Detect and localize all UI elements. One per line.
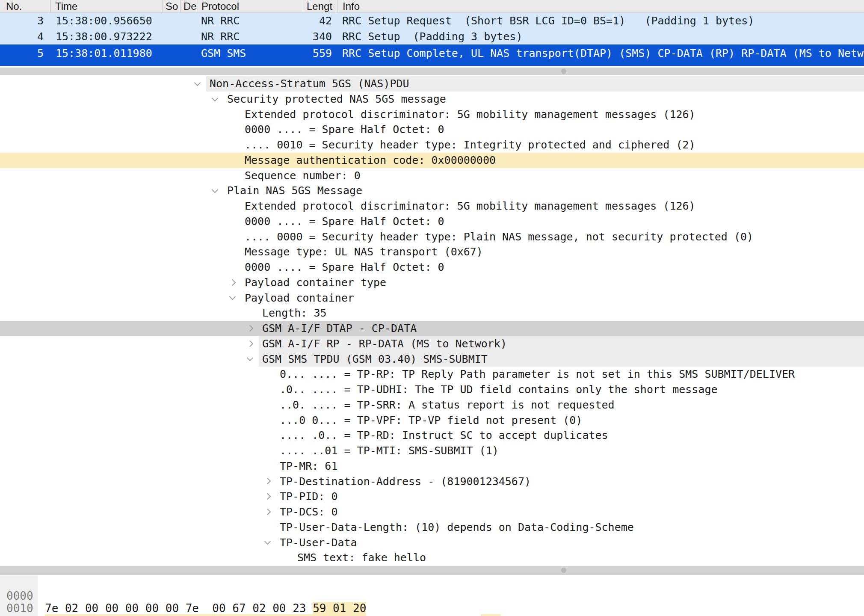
tree-row-label: .0.. .... = TP-UDHI: The TP UD field con… [280, 382, 718, 397]
tree-row-label: ..0. .... = TP-SRR: A status report is n… [280, 397, 615, 413]
tree-row[interactable]: Length: 35 [0, 305, 864, 321]
packet-protocol: NR RRC [198, 13, 304, 29]
hex-row[interactable]: 0010 00 84 00 05 81 00 51 55 f5 16 01 3d… [0, 590, 864, 602]
tree-row[interactable]: SMS text: fake hello [0, 550, 864, 566]
tree-row[interactable]: Plain NAS 5GS Message [0, 183, 864, 198]
column-header-info[interactable]: Info [337, 0, 864, 12]
packet-source [163, 29, 180, 44]
tree-row[interactable]: .... 0010 = Security header type: Integr… [0, 137, 864, 153]
tree-row-label: TP-User-Data-Length: (10) depends on Dat… [280, 520, 634, 535]
tree-row[interactable]: 0000 .... = Spare Half Octet: 0 [0, 122, 864, 137]
tree-row-label: Non-Access-Stratum 5GS (NAS)PDU [210, 76, 409, 92]
tree-row[interactable]: Security protected NAS 5GS message [0, 92, 864, 107]
tree-row[interactable]: Message authentication code: 0x00000000 [0, 153, 864, 168]
packet-no: 4 [0, 29, 50, 44]
tree-row[interactable]: .... .0.. = TP-RD: Instruct SC to accept… [0, 428, 864, 443]
tree-row[interactable]: Non-Access-Stratum 5GS (NAS)PDU [0, 76, 864, 92]
chevron-down-icon[interactable] [194, 80, 201, 86]
chevron-right-icon[interactable] [247, 340, 254, 347]
tree-row-label: TP-DCS: 0 [280, 504, 337, 520]
tree-row[interactable]: TP-Destination-Address - (819001234567) [0, 474, 864, 489]
column-header-destination[interactable]: De [180, 0, 198, 12]
tree-row[interactable]: ..0. .... = TP-SRR: A status report is n… [0, 397, 864, 413]
packet-length: 559 [304, 44, 337, 66]
tree-row[interactable]: Extended protocol discriminator: 5G mobi… [0, 107, 864, 122]
column-header-protocol[interactable]: Protocol [198, 0, 304, 12]
packet-info: RRC Setup (Padding 3 bytes) [337, 29, 864, 44]
tree-row-label: SMS text: fake hello [297, 550, 426, 566]
tree-row-label: Length: 35 [262, 305, 327, 321]
chevron-right-icon[interactable] [264, 509, 271, 515]
packet-list: No. Time So De Protocol Lengt Info 3 15:… [0, 0, 864, 66]
tree-row[interactable]: GSM A-I/F DTAP - CP-DATA [0, 321, 864, 336]
tree-row[interactable]: Sequence number: 0 [0, 168, 864, 184]
column-header-source[interactable]: So [163, 0, 180, 12]
chevron-down-icon[interactable] [247, 355, 254, 361]
tree-row-label: Message authentication code: 0x00000000 [245, 153, 496, 168]
packet-no: 5 [0, 44, 50, 66]
tree-row-label: GSM A-I/F DTAP - CP-DATA [262, 321, 417, 336]
packet-info: RRC Setup Complete, UL NAS transport(DTA… [337, 44, 864, 66]
hex-row[interactable]: 0000 7e 02 00 00 00 00 00 7e 00 67 02 00… [0, 578, 864, 590]
pane-splitter-bottom[interactable] [0, 566, 864, 575]
packet-list-body: 3 15:38:00.956650 NR RRC 42 RRC Setup Re… [0, 13, 864, 66]
tree-row-label: .... ..01 = TP-MTI: SMS-SUBMIT (1) [280, 443, 499, 459]
tree-row[interactable]: TP-DCS: 0 [0, 504, 864, 520]
tree-row-label: TP-Destination-Address - (819001234567) [280, 474, 531, 489]
chevron-down-icon[interactable] [212, 187, 219, 193]
tree-row-label: .... 0000 = Security header type: Plain … [245, 229, 753, 245]
packet-row[interactable]: 3 15:38:00.956650 NR RRC 42 RRC Setup Re… [0, 13, 864, 29]
packet-detail-tree: Non-Access-Stratum 5GS (NAS)PDU Security… [0, 76, 864, 566]
hex-dump-body: 0000 7e 02 00 00 00 00 00 7e 00 67 02 00… [0, 578, 864, 615]
tree-row-label: Payload container type [245, 275, 386, 290]
tree-row[interactable]: GSM SMS TPDU (GSM 03.40) SMS-SUBMIT [0, 352, 864, 367]
pane-splitter-top[interactable] [0, 68, 864, 75]
packet-time: 15:38:00.973222 [50, 29, 163, 44]
chevron-right-icon[interactable] [229, 279, 236, 286]
tree-row[interactable]: TP-PID: 0 [0, 489, 864, 504]
splitter-handle-icon [561, 69, 566, 74]
tree-row[interactable]: .... 0000 = Security header type: Plain … [0, 229, 864, 245]
tree-row[interactable]: 0000 .... = Spare Half Octet: 0 [0, 260, 864, 275]
tree-row[interactable]: GSM A-I/F RP - RP-DATA (MS to Network) [0, 336, 864, 352]
chevron-right-icon[interactable] [264, 493, 271, 500]
tree-row[interactable]: TP-MR: 61 [0, 459, 864, 474]
tree-row[interactable]: .... ..01 = TP-MTI: SMS-SUBMIT (1) [0, 443, 864, 459]
chevron-down-icon[interactable] [229, 293, 236, 300]
tree-row[interactable]: Payload container [0, 290, 864, 306]
packet-no: 3 [0, 13, 50, 29]
column-header-time[interactable]: Time [50, 0, 163, 12]
tree-row[interactable]: Message type: UL NAS transport (0x67) [0, 244, 864, 260]
tree-row[interactable]: TP-User-Data-Length: (10) depends on Dat… [0, 520, 864, 535]
chevron-down-icon[interactable] [264, 538, 271, 545]
packet-time: 15:38:00.956650 [50, 13, 163, 29]
tree-row[interactable]: 0000 .... = Spare Half Octet: 0 [0, 214, 864, 229]
tree-row-label: 0000 .... = Spare Half Octet: 0 [245, 260, 444, 275]
packet-source [163, 13, 180, 29]
tree-row-label: TP-MR: 61 [280, 459, 337, 474]
chevron-right-icon[interactable] [264, 478, 271, 485]
packet-row[interactable]: 4 15:38:00.973222 NR RRC 340 RRC Setup (… [0, 29, 864, 44]
tree-row-label: GSM SMS TPDU (GSM 03.40) SMS-SUBMIT [262, 352, 488, 367]
packet-row[interactable]: 5 15:38:01.011980 GSM SMS 559 RRC Setup … [0, 44, 864, 66]
packet-list-header: No. Time So De Protocol Lengt Info [0, 0, 864, 13]
chevron-down-icon[interactable] [212, 95, 219, 101]
column-header-no[interactable]: No. [0, 0, 50, 12]
hex-row[interactable]: 0020 10 32 54 76 00 00 0a e6 f0 ba 0c 42… [0, 602, 864, 615]
tree-row-label: Security protected NAS 5GS message [227, 92, 446, 107]
tree-row-label: Plain NAS 5GS Message [227, 183, 362, 198]
chevron-right-icon[interactable] [247, 325, 254, 332]
tree-row[interactable]: TP-User-Data [0, 535, 864, 551]
hex-dump-pane: 0000 7e 02 00 00 00 00 00 7e 00 67 02 00… [0, 575, 864, 616]
tree-row[interactable]: .0.. .... = TP-UDHI: The TP UD field con… [0, 382, 864, 397]
packet-time: 15:38:01.011980 [50, 44, 163, 66]
packet-destination [180, 29, 198, 44]
tree-row-label: TP-PID: 0 [280, 489, 337, 504]
tree-row[interactable]: Extended protocol discriminator: 5G mobi… [0, 198, 864, 214]
tree-row[interactable]: 0... .... = TP-RP: TP Reply Path paramet… [0, 367, 864, 382]
packet-destination [180, 13, 198, 29]
column-header-length[interactable]: Lengt [304, 0, 337, 12]
tree-row[interactable]: ...0 0... = TP-VPF: TP-VP field not pres… [0, 413, 864, 428]
splitter-handle-icon [561, 568, 566, 573]
tree-row[interactable]: Payload container type [0, 275, 864, 290]
